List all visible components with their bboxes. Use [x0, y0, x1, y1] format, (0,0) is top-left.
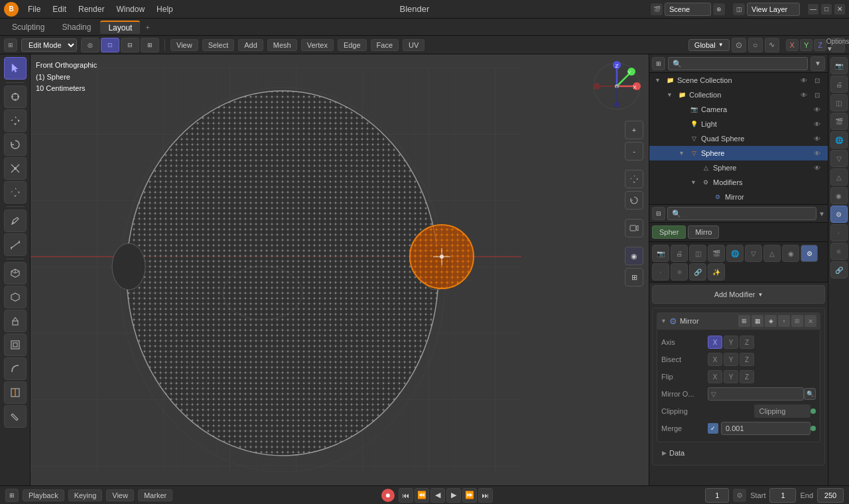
x-axis-btn[interactable]: X	[786, 39, 799, 51]
props-obj-tab-mirror[interactable]: Mirro	[688, 225, 719, 239]
side-world-btn[interactable]: 🌐	[830, 131, 848, 149]
props-tab-material[interactable]: ◉	[782, 245, 799, 262]
menu-help[interactable]: Help	[151, 3, 178, 15]
viewport-edge-btn[interactable]: Edge	[338, 39, 367, 51]
side-render-btn[interactable]: 📷	[830, 57, 848, 74]
zoom-out-btn[interactable]: -	[625, 142, 643, 160]
step-fwd-btn[interactable]: ⏩	[462, 488, 477, 503]
viewlayer-icon[interactable]: ◫	[733, 3, 745, 15]
add-cube-btn[interactable]	[4, 262, 27, 284]
side-scene-btn[interactable]: 🎬	[830, 113, 848, 130]
tree-item-collection[interactable]: ▼ 📁 Collection 👁 ⊡	[649, 88, 828, 102]
options-btn[interactable]: Options ▼	[830, 38, 845, 52]
mirror-bisect-y-btn[interactable]: Y	[724, 353, 738, 366]
extrude-btn[interactable]	[4, 310, 27, 332]
loop-cut-btn[interactable]	[4, 381, 27, 404]
marker-btn[interactable]: Marker	[138, 489, 172, 501]
viewport-gizmo[interactable]: X Y Z	[590, 60, 643, 113]
proportional-edit-btn[interactable]: ○	[748, 38, 763, 52]
props-type-btn[interactable]: ⊟	[652, 207, 665, 220]
edge-mode-btn[interactable]: ⊟	[121, 38, 139, 52]
mirror-mod-header[interactable]: ▼ ⚙ Mirror ⊞ ▦ ◈ ◦ ⊞ ✕	[657, 312, 820, 330]
add-object-btn[interactable]	[4, 286, 27, 308]
side-object-btn[interactable]: ▽	[830, 150, 848, 167]
window-close-btn[interactable]: ✕	[834, 4, 845, 15]
tab-shading[interactable]: Shading	[54, 21, 99, 33]
mirror-axis-y-btn[interactable]: Y	[724, 336, 738, 349]
menu-window[interactable]: Window	[111, 3, 150, 15]
tree-item-sphere[interactable]: ▼ ▽ Sphere 👁	[649, 146, 828, 160]
keying-btn[interactable]: Keying	[68, 489, 103, 501]
mirror-bisect-z-btn[interactable]: Z	[740, 353, 754, 366]
props-tab-modifier[interactable]: ⚙	[801, 245, 818, 262]
props-tab-shaderfx[interactable]: ✨	[708, 263, 725, 281]
mirror-mod-close-btn[interactable]: ✕	[805, 315, 816, 327]
cursor-tool-btn[interactable]	[4, 86, 27, 108]
mirror-axis-z-btn[interactable]: Z	[740, 336, 754, 349]
tree-vis-scene-collection[interactable]: 👁	[799, 75, 809, 86]
merge-value-input[interactable]: 0.001	[721, 422, 811, 435]
mirror-obj-selector[interactable]: ▽	[708, 387, 804, 401]
transform-orientation-btn[interactable]: Global▼	[688, 39, 730, 51]
viewport-vertex-btn[interactable]: Vertex	[301, 39, 334, 51]
tree-vis-sphere[interactable]: 👁	[812, 148, 822, 158]
mirror-bisect-x-btn[interactable]: X	[708, 353, 722, 366]
tab-sculpting[interactable]: Sculpting	[4, 21, 52, 33]
tree-item-light[interactable]: ▶ 💡 Light 👁	[649, 117, 828, 131]
tree-item-quad-sphere[interactable]: ▶ ▽ Quad Sphere 👁	[649, 131, 828, 146]
menu-file[interactable]: File	[23, 3, 46, 15]
viewport-shading-solid-btn[interactable]: ◉	[625, 247, 643, 265]
props-tab-object[interactable]: ▽	[745, 245, 762, 262]
camera-view-btn[interactable]	[625, 219, 643, 237]
merge-checkbox[interactable]: ✓	[708, 423, 718, 434]
mirror-mod-render-btn[interactable]: ▦	[751, 315, 763, 327]
rotate-tool-btn[interactable]	[4, 133, 27, 156]
scene-browse-btn[interactable]: ⊕	[713, 3, 725, 15]
mirror-flip-x-btn[interactable]: X	[708, 370, 722, 383]
bevel-btn[interactable]	[4, 357, 27, 380]
mirror-axis-x-btn[interactable]: X	[708, 336, 722, 349]
record-btn[interactable]: ⏺	[381, 489, 395, 502]
mirror-flip-y-btn[interactable]: Y	[724, 370, 738, 383]
viewport-content[interactable]	[31, 54, 649, 485]
clipping-input[interactable]: Clipping	[754, 405, 811, 418]
viewport[interactable]: Front Orthographic (1) Sphere 10 Centime…	[31, 54, 649, 485]
props-tab-physics[interactable]: ⚛	[671, 263, 688, 281]
data-section[interactable]: ▶ Data	[657, 445, 820, 461]
outliner-type-btn[interactable]: ⊞	[652, 57, 665, 70]
y-axis-btn[interactable]: Y	[800, 39, 813, 51]
start-frame-input[interactable]	[769, 488, 796, 503]
mirror-mod-edit-btn[interactable]: ◈	[765, 315, 777, 327]
move-tool-btn[interactable]	[4, 109, 27, 132]
props-tab-render[interactable]: 📷	[652, 245, 669, 262]
tree-item-scene-collection[interactable]: ▼ 📁 Scene Collection 👁 ⊡	[649, 73, 828, 88]
select-tool-btn[interactable]	[4, 57, 27, 80]
annotate-tool-btn[interactable]	[4, 210, 27, 232]
face-mode-btn[interactable]: ⊞	[141, 38, 159, 52]
outliner-filter-btn[interactable]: ▼	[811, 56, 825, 71]
measure-tool-btn[interactable]	[4, 233, 27, 256]
viewport-uv-btn[interactable]: UV	[403, 39, 424, 51]
mirror-mod-realtime-btn[interactable]: ⊞	[738, 315, 750, 327]
viewport-add-btn[interactable]: Add	[238, 39, 263, 51]
props-tab-mesh[interactable]: △	[763, 245, 781, 262]
viewport-view-btn[interactable]: View	[170, 39, 198, 51]
current-frame-input[interactable]	[705, 488, 729, 503]
proportional-type-btn[interactable]: ∿	[765, 38, 779, 52]
window-maximize-btn[interactable]: □	[821, 4, 832, 15]
jump-end-btn[interactable]: ⏭	[478, 488, 493, 503]
snap-toggle-btn[interactable]: ⊙	[732, 38, 746, 52]
tree-sel-scene-collection[interactable]: ⊡	[812, 75, 822, 86]
play-btn[interactable]: ▶	[446, 488, 461, 503]
mirror-mod-expand-btn[interactable]: ⊞	[791, 315, 803, 327]
side-modifier-btn[interactable]: ⚙	[830, 206, 848, 223]
tree-item-camera[interactable]: ▶ 📷 Camera 👁	[649, 102, 828, 117]
pan-btn[interactable]	[625, 170, 643, 188]
mirror-mod-cage-btn[interactable]: ◦	[778, 315, 790, 327]
inset-btn[interactable]	[4, 334, 27, 356]
z-axis-btn[interactable]: Z	[814, 39, 826, 51]
menu-edit[interactable]: Edit	[47, 3, 72, 15]
tab-layout[interactable]: Layout	[100, 21, 140, 34]
jump-start-btn[interactable]: ⏮	[399, 488, 413, 503]
overlay-btn[interactable]: ⊞	[625, 268, 643, 286]
